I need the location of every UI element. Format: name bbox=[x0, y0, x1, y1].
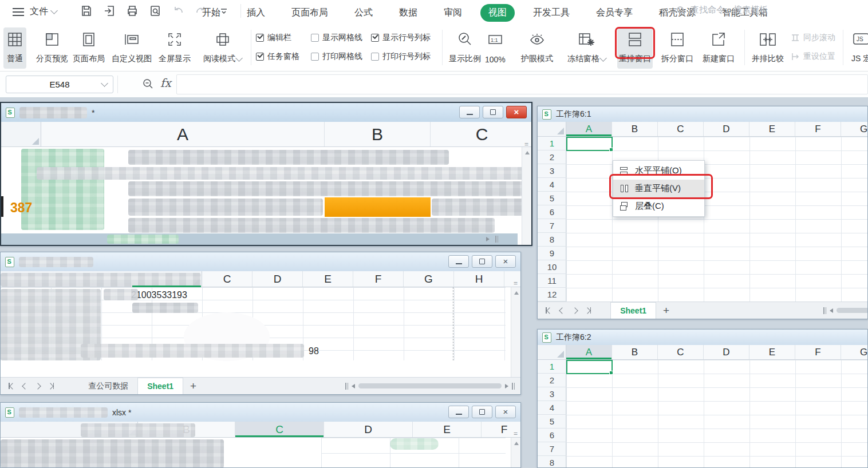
column-header[interactable]: C bbox=[235, 422, 324, 437]
column-header[interactable]: C bbox=[431, 122, 532, 146]
column-header[interactable]: E bbox=[303, 271, 353, 287]
window-3-titlebar[interactable]: xlsx * bbox=[1, 403, 520, 422]
next-sheet-icon[interactable] bbox=[571, 307, 578, 314]
full-screen-button[interactable]: 全屏显示 bbox=[156, 27, 194, 69]
column-header[interactable]: E bbox=[413, 422, 482, 437]
column-header[interactable]: A bbox=[566, 345, 612, 359]
checkbox-show-headings[interactable]: 显示行号列标 bbox=[371, 33, 431, 43]
menu-tab[interactable]: 开始 bbox=[194, 4, 228, 22]
save-icon[interactable] bbox=[79, 3, 94, 18]
column-header[interactable]: C bbox=[658, 345, 704, 359]
active-cell-A1[interactable] bbox=[566, 137, 613, 151]
column-header[interactable]: B bbox=[612, 122, 658, 136]
menu-tab[interactable]: 插入 bbox=[239, 4, 273, 22]
scroll-left-icon[interactable] bbox=[830, 308, 833, 313]
column-header[interactable]: F bbox=[353, 271, 404, 287]
window-5-titlebar[interactable]: 工作簿6:2 bbox=[538, 330, 867, 345]
row-header[interactable]: 8 bbox=[538, 233, 566, 247]
row-header[interactable]: 5 bbox=[538, 192, 566, 205]
file-menu-button[interactable]: 文件 bbox=[30, 6, 57, 18]
minimize-button[interactable] bbox=[448, 406, 469, 418]
sheet-tab[interactable]: Sheet1 bbox=[137, 378, 183, 394]
row-header[interactable]: 3 bbox=[538, 164, 566, 178]
row-header[interactable]: 1 bbox=[538, 137, 566, 150]
menu-item-horizontal-tile[interactable]: 水平平铺(O) bbox=[613, 162, 704, 180]
zoom-out-icon[interactable] bbox=[142, 78, 155, 92]
new-window-button[interactable]: 新建窗口 bbox=[700, 27, 737, 69]
row-header[interactable]: 3 bbox=[538, 387, 566, 401]
scroll-right-icon[interactable] bbox=[486, 237, 490, 241]
horizontal-scrollbar[interactable] bbox=[1, 233, 518, 245]
window-2-titlebar[interactable] bbox=[1, 252, 520, 271]
sheet-tab[interactable]: 查公司数据 bbox=[79, 378, 137, 394]
name-box[interactable]: E548 bbox=[6, 76, 113, 93]
last-sheet-icon[interactable] bbox=[48, 383, 54, 389]
row-header[interactable]: 8 bbox=[538, 456, 566, 468]
row-header[interactable]: 11 bbox=[538, 274, 566, 288]
column-header[interactable]: H bbox=[454, 271, 504, 287]
row-header[interactable]: 7 bbox=[538, 442, 566, 456]
row-header[interactable]: 10 bbox=[538, 260, 566, 274]
rearrange-windows-button[interactable]: 重排窗口 bbox=[617, 27, 653, 69]
split-window-button[interactable]: 拆分窗口 bbox=[658, 27, 696, 69]
active-cell-A1[interactable] bbox=[566, 360, 613, 374]
first-sheet-icon[interactable] bbox=[9, 383, 15, 389]
eye-protection-button[interactable]: 护眼模式 bbox=[518, 27, 556, 69]
menu-item-cascade[interactable]: 层叠(C) bbox=[613, 197, 704, 215]
custom-view-button[interactable]: 自定义视图 bbox=[109, 27, 155, 69]
menu-tab[interactable]: 页面布局 bbox=[283, 4, 336, 22]
select-all-corner[interactable] bbox=[538, 345, 566, 359]
restore-button[interactable] bbox=[472, 406, 492, 418]
normal-view-button[interactable]: 普通 bbox=[3, 27, 26, 69]
select-all-corner[interactable] bbox=[1, 122, 41, 146]
row-header[interactable]: 4 bbox=[538, 401, 566, 415]
formula-input[interactable] bbox=[176, 74, 868, 94]
checkbox-print-headings[interactable]: 打印行号列标 bbox=[371, 51, 431, 62]
minimize-button[interactable] bbox=[448, 255, 469, 268]
first-sheet-icon[interactable] bbox=[546, 307, 552, 314]
restore-button[interactable] bbox=[483, 106, 503, 118]
close-button[interactable]: × bbox=[495, 255, 516, 268]
add-sheet-icon[interactable]: + bbox=[656, 304, 676, 317]
column-header[interactable]: B bbox=[325, 122, 431, 146]
checkbox-show-gridlines[interactable]: 显示网格线 bbox=[311, 33, 362, 43]
menu-item-vertical-tile[interactable]: 垂直平铺(V) bbox=[613, 180, 704, 197]
row-header[interactable]: 6 bbox=[538, 205, 566, 219]
orange-highlighted-cell[interactable] bbox=[325, 197, 431, 217]
column-header[interactable]: C bbox=[202, 271, 252, 287]
next-sheet-icon[interactable] bbox=[34, 383, 41, 389]
prev-sheet-icon[interactable] bbox=[559, 307, 565, 314]
sync-scroll-button[interactable]: 同步滚动 bbox=[790, 33, 835, 43]
row-header[interactable]: 1 bbox=[538, 360, 566, 374]
splitter-handle[interactable] bbox=[512, 383, 515, 390]
fx-icon[interactable]: fx bbox=[160, 76, 171, 90]
export-icon[interactable] bbox=[102, 3, 117, 18]
undo-icon[interactable] bbox=[171, 3, 186, 18]
sheet-tab[interactable]: Sheet1 bbox=[610, 302, 656, 319]
splitter-handle[interactable] bbox=[823, 307, 826, 314]
row-header[interactable]: 5 bbox=[538, 415, 566, 429]
checkbox-task-pane[interactable]: 任务窗格 bbox=[256, 51, 299, 62]
vertical-scrollbar[interactable]: = bbox=[511, 438, 520, 467]
row-header[interactable]: 4 bbox=[538, 178, 566, 192]
checkbox-edit-bar[interactable]: 编辑栏 bbox=[256, 33, 291, 43]
column-header[interactable]: G bbox=[841, 122, 868, 136]
column-header[interactable]: D bbox=[324, 422, 413, 437]
column-header[interactable]: E bbox=[749, 122, 795, 136]
scroll-left-icon[interactable] bbox=[352, 384, 355, 388]
scroll-right-icon[interactable] bbox=[505, 384, 508, 388]
row-header[interactable]: 7 bbox=[538, 219, 566, 233]
menu-tab[interactable]: 审阅 bbox=[436, 4, 470, 22]
column-header[interactable]: B bbox=[612, 345, 658, 359]
zoom-scale-button[interactable]: 显示比例 bbox=[446, 27, 484, 69]
row-header[interactable]: 6 bbox=[538, 429, 566, 442]
add-sheet-icon[interactable]: + bbox=[183, 380, 203, 392]
menu-tab[interactable]: 公式 bbox=[346, 4, 381, 22]
prev-sheet-icon[interactable] bbox=[22, 383, 28, 389]
select-all-corner[interactable] bbox=[538, 122, 566, 136]
js-macro-button[interactable]: JS JS 宏 bbox=[849, 27, 868, 69]
vertical-scrollbar[interactable]: = bbox=[511, 287, 520, 377]
row-header[interactable]: 2 bbox=[538, 374, 566, 387]
window-1-titlebar[interactable]: * bbox=[1, 103, 531, 122]
row-header[interactable]: 2 bbox=[538, 150, 566, 164]
